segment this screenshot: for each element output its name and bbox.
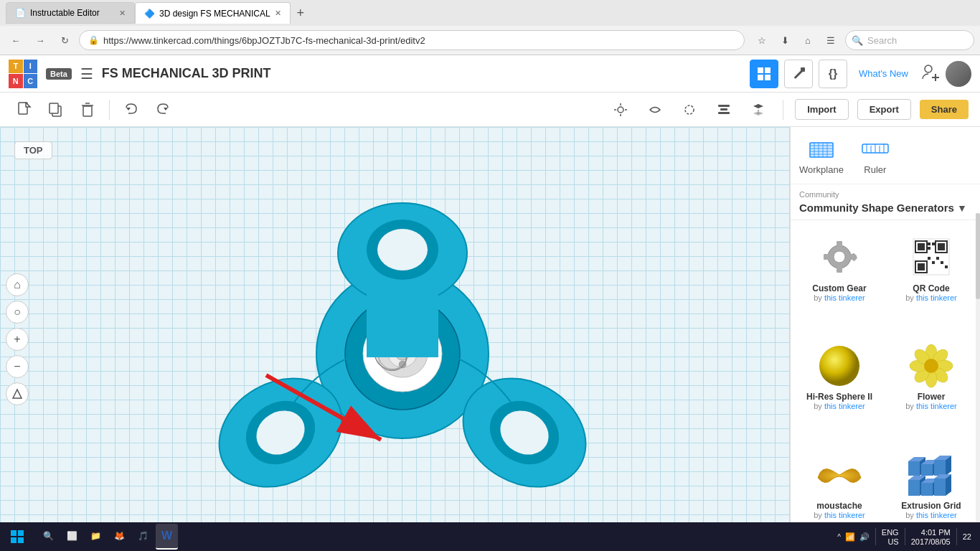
viewport-tools: ⌂ ○ + − [6, 273, 29, 405]
shape-item-flower[interactable]: Flower by this tinkerer [888, 334, 974, 437]
flower-thumbnail [906, 342, 956, 389]
svg-point-95 [924, 359, 938, 373]
address-bar[interactable]: 🔒 https://www.tinkercad.com/things/6bpJO… [79, 30, 745, 50]
tab-3ddesign[interactable]: 🔷 3D design FS MECHANICAL ✕ [135, 2, 291, 24]
shape-credit-extrusion-grid: by this tinkerer [905, 511, 957, 519]
tinkercad-logo[interactable]: T I N C [9, 60, 37, 88]
group-icon [647, 102, 663, 118]
right-panel-tools: Workplane Ruler [791, 127, 980, 184]
windows-icon [10, 529, 24, 544]
credit-link-flower[interactable]: this tinkerer [916, 402, 957, 410]
language-indicator[interactable]: ENG US [882, 528, 899, 546]
model-area [0, 127, 790, 551]
import-button[interactable]: Import [795, 99, 848, 120]
export-button[interactable]: Export [857, 99, 911, 120]
new-tab-button[interactable]: + [291, 3, 311, 23]
orbit-button[interactable]: ○ [6, 301, 29, 324]
zoom-in-button[interactable]: + [6, 328, 29, 351]
align-button[interactable] [711, 97, 737, 123]
flip-icon [750, 102, 766, 118]
qr-code-thumb [903, 232, 960, 282]
refresh-button[interactable]: ↻ [55, 30, 75, 50]
tray-chevron[interactable]: ^ [837, 533, 841, 541]
home-view-button[interactable]: ⌂ [6, 273, 29, 296]
svg-rect-80 [928, 247, 930, 250]
taskbar-file-explorer[interactable]: 📁 [85, 524, 107, 550]
logo-c: C [24, 74, 38, 88]
tab1-favicon: 📄 [15, 8, 26, 18]
menu-button[interactable]: ☰ [80, 65, 93, 83]
copy-button[interactable] [43, 97, 69, 123]
back-button[interactable]: ← [6, 30, 26, 50]
taskbar-word[interactable]: W [156, 524, 178, 550]
add-user-button[interactable] [920, 62, 940, 85]
taskbar-items: 🔍 ⬜ 📁 🦊 🎵 W [34, 524, 829, 550]
taskbar-search[interactable]: 🔍 [37, 524, 60, 550]
tab2-close[interactable]: ✕ [275, 9, 281, 18]
home-icon[interactable]: ⌂ [798, 30, 818, 50]
browser-search[interactable]: 🔍 Search [845, 30, 974, 50]
redo-button[interactable] [150, 97, 176, 123]
group-button[interactable] [642, 97, 668, 123]
start-button[interactable] [0, 522, 34, 551]
viewport[interactable]: TOP ⌂ ○ + − ❯ Edit Grid Snap Grid ▲ ▼ [0, 127, 790, 551]
shape-item-custom-gear[interactable]: Custom Gear by this tinkerer [796, 226, 882, 329]
tab-bar: 📄 Instructable Editor ✕ 🔷 3D design FS M… [0, 0, 980, 26]
taskbar-taskview-icon: ⬜ [67, 531, 77, 541]
forward-button[interactable]: → [30, 30, 50, 50]
credit-link-moustache[interactable]: this tinkerer [824, 511, 865, 519]
zoom-out-button[interactable]: − [6, 355, 29, 378]
tools-button[interactable] [784, 60, 813, 88]
workplane-icon [807, 136, 836, 161]
perspective-button[interactable] [6, 382, 29, 405]
toolbar-separator-1 [109, 100, 110, 120]
undo-button[interactable] [118, 97, 144, 123]
workplane-button[interactable]: Workplane [799, 136, 844, 175]
tab-instructable[interactable]: 📄 Instructable Editor ✕ [6, 2, 135, 24]
svg-rect-99 [921, 464, 933, 476]
design-title: FS MECHANICAL 3D PRINT [102, 66, 741, 81]
clock-time: 4:01 PM [921, 528, 951, 537]
delete-button[interactable] [75, 97, 100, 123]
custom-gear-thumb [811, 232, 868, 282]
shape-item-qr-code[interactable]: QR Code by this tinkerer [888, 226, 974, 329]
taskbar-firefox[interactable]: 🦊 [108, 524, 131, 550]
bookmark-icon[interactable]: ☆ [752, 30, 772, 50]
credit-link-sphere[interactable]: this tinkerer [824, 402, 865, 410]
menu-icon[interactable]: ☰ [821, 30, 841, 50]
credit-link-extrusion-grid[interactable]: this tinkerer [916, 511, 957, 519]
taskbar-task-view[interactable]: ⬜ [61, 524, 83, 550]
flip-button[interactable] [745, 97, 771, 123]
hammer-icon [791, 66, 806, 82]
shape-item-sphere[interactable]: Hi-Res Sphere II by this tinkerer [796, 334, 882, 437]
ruler-icon [861, 136, 890, 161]
notification-count[interactable]: 22 [963, 532, 971, 541]
toolbar-separator-2 [783, 100, 783, 120]
panel-scrollbar-thumb[interactable] [976, 213, 980, 299]
beta-badge: Beta [46, 68, 72, 80]
light-button[interactable] [608, 97, 633, 123]
shape-credit-sphere: by this tinkerer [814, 402, 865, 410]
clock[interactable]: 4:01 PM 2017/08/05 [911, 528, 951, 546]
whats-new-button[interactable]: What's New [853, 68, 914, 79]
community-dropdown-button[interactable]: ▼ [957, 202, 967, 214]
tab1-close[interactable]: ✕ [119, 9, 126, 18]
code-button[interactable]: {} [819, 60, 847, 88]
user-avatar[interactable] [946, 61, 971, 87]
taskbar-music[interactable]: 🎵 [132, 524, 154, 550]
credit-link-custom-gear[interactable]: this tinkerer [824, 293, 865, 302]
svg-rect-22 [720, 108, 727, 110]
grid-view-button[interactable] [750, 60, 778, 88]
ungroup-button[interactable] [677, 97, 702, 123]
share-button[interactable]: Share [920, 100, 969, 119]
logo-n: N [9, 74, 23, 88]
new-design-button[interactable] [11, 97, 37, 123]
3d-model [101, 153, 689, 526]
ruler-button[interactable]: Ruler [861, 136, 890, 175]
svg-point-6 [925, 65, 932, 72]
svg-rect-2 [758, 75, 763, 80]
svg-rect-68 [824, 254, 829, 260]
credit-link-qr-code[interactable]: this tinkerer [916, 293, 957, 302]
svg-rect-23 [718, 112, 730, 114]
download-icon[interactable]: ⬇ [775, 30, 795, 50]
